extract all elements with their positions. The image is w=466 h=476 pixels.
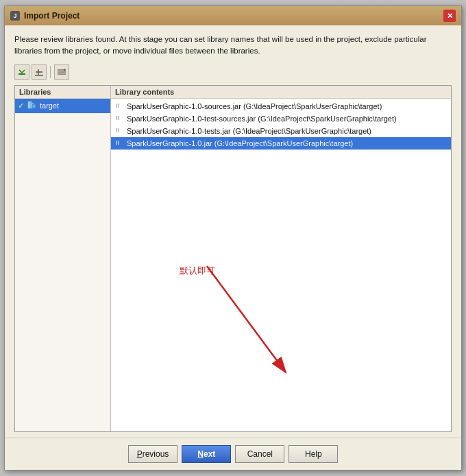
libraries-panel: Libraries ✓ target <box>15 86 111 432</box>
svg-rect-3 <box>35 75 43 76</box>
file-list: SparkUserGraphic-1.0-sources.jar (G:\Ide… <box>111 99 451 432</box>
cancel-button[interactable]: Cancel <box>235 445 284 463</box>
library-icon <box>27 101 37 111</box>
jar-icon <box>115 102 123 111</box>
annotation-area: 默认即可 <box>111 150 451 369</box>
remove-library-button[interactable] <box>32 64 47 80</box>
red-arrow-icon <box>166 252 317 390</box>
svg-rect-10 <box>32 104 36 108</box>
previous-label: Previous <box>137 449 169 459</box>
file-item[interactable]: SparkUserGraphic-1.0-tests.jar (G:\IdeaP… <box>111 125 451 137</box>
contents-panel: Library contents SparkUserGraphic-1.0-so… <box>111 86 451 432</box>
help-label: Help <box>305 449 322 459</box>
import-project-dialog: J Import Project ✕ Please review librari… <box>4 5 462 471</box>
next-button[interactable]: Next <box>182 445 231 463</box>
svg-line-20 <box>207 266 286 372</box>
description-text: Please review libraries found. At this s… <box>14 34 452 58</box>
libraries-header: Libraries <box>15 86 110 99</box>
library-item[interactable]: ✓ target <box>15 99 110 113</box>
file-name: SparkUserGraphic-1.0-sources.jar (G:\Ide… <box>127 102 382 110</box>
file-item[interactable]: SparkUserGraphic-1.0-sources.jar (G:\Ide… <box>111 100 451 112</box>
file-item[interactable]: SparkUserGraphic-1.0.jar (G:\IdeaProject… <box>111 137 451 150</box>
file-name: SparkUserGraphic-1.0-test-sources.jar (G… <box>127 115 397 123</box>
contents-header: Library contents <box>111 86 451 99</box>
previous-button[interactable]: Previous <box>128 445 178 463</box>
add-library-button[interactable] <box>14 64 29 80</box>
file-name: SparkUserGraphic-1.0-tests.jar (G:\IdeaP… <box>127 127 371 135</box>
svg-rect-0 <box>19 73 25 75</box>
footer: Previous Next Cancel Help <box>5 438 461 470</box>
checkmark-icon: ✓ <box>18 102 25 110</box>
move-button[interactable] <box>54 64 69 80</box>
jar-icon <box>115 114 123 123</box>
annotation-text: 默认即可 <box>180 265 215 277</box>
jar-icon <box>115 139 123 148</box>
content-area: Libraries ✓ target Library contents <box>14 85 452 433</box>
app-icon: J <box>10 11 20 21</box>
library-name: target <box>40 102 59 110</box>
help-button[interactable]: Help <box>289 445 338 463</box>
dialog-body: Please review libraries found. At this s… <box>5 25 461 438</box>
jar-icon <box>115 126 123 136</box>
close-button[interactable]: ✕ <box>443 10 456 22</box>
dialog-title: Import Project <box>24 11 79 21</box>
next-label: Next <box>197 449 215 459</box>
toolbar-separator <box>50 66 51 78</box>
cancel-label: Cancel <box>247 449 273 459</box>
toolbar <box>14 64 452 80</box>
file-item[interactable]: SparkUserGraphic-1.0-test-sources.jar (G… <box>111 112 451 125</box>
title-bar: J Import Project ✕ <box>5 6 461 25</box>
file-name: SparkUserGraphic-1.0.jar (G:\IdeaProject… <box>127 139 353 147</box>
svg-marker-7 <box>64 69 66 71</box>
